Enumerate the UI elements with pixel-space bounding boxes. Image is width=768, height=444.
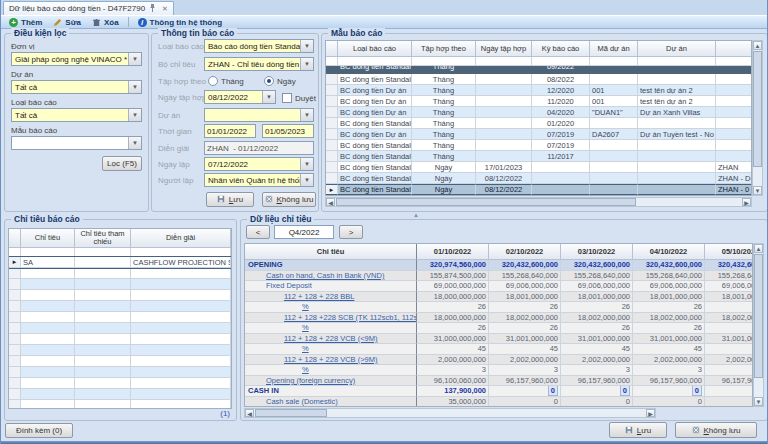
cell[interactable] (716, 129, 752, 140)
cell[interactable]: Dự án Tuyền test - No Det (638, 129, 716, 140)
cell[interactable] (638, 184, 716, 195)
cell[interactable] (21, 268, 75, 279)
indicator-link[interactable]: 112 + 128 + 228 VCB (>9M) (245, 355, 417, 366)
table-row[interactable]: %2626262626 (245, 302, 752, 313)
cell[interactable] (75, 257, 131, 268)
indicator-link[interactable]: % (245, 302, 417, 313)
cell[interactable]: 09/2022 (532, 66, 590, 74)
table-row[interactable]: 112 + 128 +228 SCB (TK 112scb1, 112scb2,… (245, 313, 752, 324)
table-row[interactable]: 112 + 128 + 228 VCB (<9M)31,000,000,0003… (245, 334, 752, 345)
cell[interactable] (476, 96, 532, 107)
cell[interactable] (638, 140, 716, 151)
table-row[interactable] (9, 268, 231, 279)
value-cell[interactable]: 45 (633, 344, 705, 355)
indicator-link[interactable]: % (245, 344, 417, 355)
value-cell[interactable]: 2,002,000,000 (561, 355, 633, 366)
report-type-combobox[interactable]: Tất cả ▼ (11, 108, 142, 122)
cell[interactable] (532, 162, 590, 173)
indicator-link[interactable]: 112 + 128 + 228 VCB (<9M) (245, 334, 417, 345)
value-cell[interactable]: 18,002,000,000 (705, 313, 753, 324)
value-cell[interactable]: 69,006,000,000 (561, 281, 633, 292)
value-cell[interactable]: 26 (489, 302, 561, 313)
value-cell[interactable]: 26 (633, 323, 705, 334)
scroll-down-icon[interactable]: ▼ (754, 397, 763, 406)
project-field-combobox[interactable]: ▼ (204, 108, 314, 122)
filter-cell[interactable] (532, 57, 590, 66)
chevron-down-icon[interactable]: ▼ (128, 137, 141, 149)
indicator-label[interactable]: Cash sale (Domestic) (245, 397, 417, 408)
value-cell[interactable]: 0 (561, 397, 633, 408)
value-cell[interactable]: 31,001,000,000 (705, 334, 753, 345)
chevron-down-icon[interactable]: ▼ (128, 109, 141, 121)
prev-period-button[interactable]: < (246, 225, 270, 239)
value-cell[interactable]: 26 (417, 323, 489, 334)
table-row[interactable]: 112 + 128 + 228 BBL18,000,000,00018,001,… (245, 292, 752, 303)
table-row[interactable]: BC dòng tiền Dự ánTháng11/2020001test tê… (326, 96, 751, 107)
row-indicator[interactable] (326, 107, 338, 118)
cell[interactable]: DA2607 (590, 129, 638, 140)
cell[interactable] (131, 345, 231, 356)
value-cell[interactable]: 18,001,000,000 (633, 292, 705, 303)
value-cell[interactable]: 18,002,000,000 (633, 313, 705, 324)
value-cell[interactable]: 96,157,960,000 (489, 376, 561, 387)
filter-cell[interactable] (326, 57, 338, 66)
value-cell[interactable]: 69,006,000,000 (489, 281, 561, 292)
cell[interactable] (131, 367, 231, 378)
row-indicator[interactable] (9, 367, 21, 378)
column-header[interactable]: 02/10/2022 (489, 244, 561, 260)
value-cell[interactable]: 45 (705, 344, 753, 355)
cell[interactable] (638, 173, 716, 184)
value-cell[interactable]: 45 (561, 344, 633, 355)
table-row[interactable]: BC dòng tiền StandaloneTháng01/2020 (326, 118, 751, 129)
cell[interactable]: BC dòng tiền Standalone (338, 140, 412, 151)
cell[interactable]: 08/12/2022 (476, 184, 532, 195)
scroll-up-icon[interactable]: ▲ (754, 244, 763, 253)
table-row[interactable]: BC dòng tiền StandaloneTháng11/2017 (326, 151, 751, 162)
indicator-link[interactable]: 112 + 128 +228 SCB (TK 112scb1, 112scb2,… (245, 313, 417, 324)
indicator-link[interactable]: % (245, 365, 417, 376)
value-cell[interactable]: 18,002,000,000 (489, 313, 561, 324)
cell[interactable]: Tháng (412, 66, 476, 74)
filter-cell[interactable] (9, 248, 21, 257)
value-cell[interactable]: 2,002,000,000 (633, 355, 705, 366)
table-row[interactable]: OPENING320,974,560,000320,432,600,000320… (245, 260, 752, 271)
table-row[interactable] (9, 312, 231, 323)
template-grid-hscrollbar[interactable]: ◀ ▶ (325, 197, 752, 207)
cell[interactable]: 11/2017 (532, 151, 590, 162)
time-from-field[interactable] (204, 124, 256, 138)
cell[interactable] (716, 85, 752, 96)
column-header[interactable]: 04/10/2022 (633, 244, 705, 260)
cell[interactable] (131, 389, 231, 400)
row-indicator[interactable] (326, 85, 338, 96)
row-indicator[interactable] (9, 345, 21, 356)
cell[interactable] (638, 118, 716, 129)
cell[interactable] (21, 345, 75, 356)
indicator-label[interactable]: OPENING (245, 260, 417, 271)
table-row[interactable]: ►SACASHFLOW PROJECTION STANDALON (9, 257, 231, 268)
cell[interactable]: ZHAN - Dữ (716, 173, 752, 184)
column-header[interactable] (716, 41, 752, 57)
data-grid-hscrollbar[interactable]: ◀ ▶ (244, 408, 656, 418)
cell[interactable] (75, 301, 131, 312)
table-row[interactable] (9, 290, 231, 301)
cell[interactable] (716, 118, 752, 129)
cell[interactable] (590, 162, 638, 173)
row-indicator[interactable] (9, 268, 21, 279)
cell[interactable] (476, 66, 532, 74)
filter-cell[interactable] (590, 57, 638, 66)
aggregate-date-combobox[interactable]: 08/12/2022 ▼ (204, 90, 276, 104)
row-indicator[interactable] (9, 301, 21, 312)
value-cell[interactable]: 320,432,600,000 (705, 260, 753, 271)
cell[interactable] (75, 323, 131, 334)
cell[interactable] (75, 345, 131, 356)
table-row[interactable] (9, 279, 231, 290)
table-row[interactable]: BC dòng tiền StandaloneTháng08/2022 (326, 74, 751, 85)
value-cell[interactable]: 2,002,000,000 (705, 355, 753, 366)
scroll-right-icon[interactable]: ▶ (742, 198, 751, 206)
cell[interactable] (638, 66, 716, 74)
next-period-button[interactable]: > (339, 225, 363, 239)
cell[interactable]: "DUAN1" (590, 107, 638, 118)
row-indicator[interactable]: ► (326, 184, 338, 195)
value-cell[interactable]: 31,000,000,000 (417, 334, 489, 345)
value-cell[interactable]: 18,001,000,000 (561, 292, 633, 303)
